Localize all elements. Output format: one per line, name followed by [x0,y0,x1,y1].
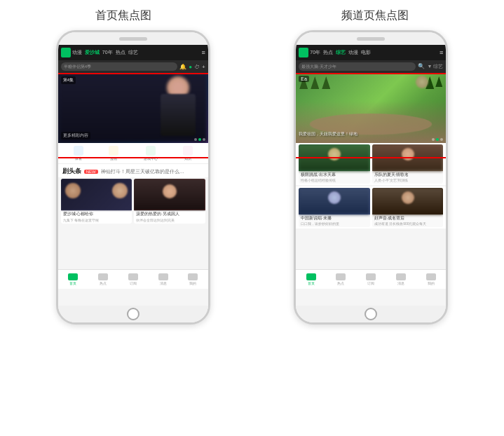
right-hero-image: 我爱祖国，天姐我爱这里！绿地 Ea [296,73,446,143]
right-phone-speaker [357,37,385,41]
right-hero-dots [432,138,443,141]
right-nav-item-hot[interactable]: 热点 [323,49,333,56]
left-nav-item-zy[interactable]: 综艺 [128,49,138,56]
right-item-4[interactable]: 好声音·成名背后 成功有道 沿长线收900元观众每天 [372,188,444,227]
left-cat-knowledge[interactable]: 知识 [183,146,193,161]
left-cat-sports[interactable]: 体育 [74,146,83,161]
left-search-bar: 半糖伴侣第4季 🔔 ● ⏱ + [58,60,208,73]
right-item-2-title: 乐队的夏天·猜歌名 [372,171,444,178]
left-nav-bar: 动漫 爱沙城 70年 热点 综艺 ≡ [58,45,208,60]
left-nav-item-hot[interactable]: 热点 [116,49,125,56]
right-tab-sub-label: 订阅 [367,281,374,285]
left-bell-icon[interactable]: 🔔 [179,64,186,70]
left-hero-image: 第4集 更多精彩内容 [58,73,208,143]
right-item-2-subtitle: 人类·小平'文艺'邦演练 [372,178,444,184]
right-search-icon[interactable]: 🔍 [418,63,425,70]
right-nav-menu-icon[interactable]: ≡ [440,49,443,56]
right-tab-hot-label: 热点 [337,281,344,285]
left-clock-icon[interactable]: ⏱ [194,64,200,70]
right-tab-sub[interactable]: 订阅 [366,273,376,285]
right-tab-msg[interactable]: 消息 [396,273,406,285]
left-tab-home[interactable]: 首页 [68,273,78,285]
right-item-2-thumb [372,144,444,171]
right-nav-item-movie[interactable]: 电影 [361,49,371,56]
left-card-1-subtitle: 九集下 每晚在这里守候 [61,218,132,224]
left-title: 首页焦点图 [95,8,151,23]
right-search-text: 最强大脑·天才少年 [301,64,336,70]
left-tab-msg[interactable]: 消息 [158,273,168,285]
left-section-badge: NEW [84,170,98,174]
left-tab-sub[interactable]: 订阅 [128,273,138,285]
right-tab-me-label: 我的 [428,281,435,285]
left-cat-games[interactable]: 游戏中心 [144,146,158,161]
left-cat-sports-label: 体育 [75,156,82,161]
left-search-icon[interactable]: ● [189,64,192,70]
right-nav-item-dm[interactable]: 动漫 [348,49,358,56]
right-item-3-thumb [299,188,370,214]
right-item-1-thumb [299,144,370,171]
right-item-2[interactable]: 乐队的夏天·猜歌名 人类·小平'文艺'邦演练 [372,144,444,184]
left-tab-sub-label: 订阅 [130,281,137,285]
left-card-2[interactable]: 汲爱的热爱的·另成因人 伙伴会全部达到达到完美 [134,179,205,224]
right-phone-screen: 70年 热点 综艺 动漫 电影 ≡ 最强大脑·天才少年 🔍 ▼ 综艺 [296,45,446,306]
left-cat-knowledge-icon [183,146,193,156]
left-card-2-thumb [134,179,205,210]
right-tab-hot-icon [336,273,346,280]
left-section-name: 剧头条 [62,167,81,176]
left-hero-overlay: 更多精彩内容 [61,132,90,139]
left-cat-knowledge-label: 知识 [184,156,191,161]
rdot3 [440,138,443,141]
left-tab-msg-label: 消息 [160,281,167,285]
left-tab-me-label: 我的 [189,281,196,285]
right-nav-item-70[interactable]: 70年 [310,49,320,56]
right-item-3[interactable]: 中国新说唱·未播 口口我，诶炒炒好好的里 [299,188,370,227]
left-tab-me[interactable]: 我的 [188,273,198,285]
right-ea-badge: Ea [299,76,309,82]
right-tab-me[interactable]: 我的 [426,273,436,285]
right-extra-icon[interactable]: ▼ 综艺 [427,63,443,70]
left-nav-item-active[interactable]: 爱沙城 [85,49,100,56]
left-search-text: 半糖伴侣第4季 [64,64,91,70]
right-item-4-subtitle: 成功有道 沿长线收900元观众每天 [372,222,444,227]
right-phone: 70年 热点 综艺 动漫 电影 ≡ 最强大脑·天才少年 🔍 ▼ 综艺 [294,30,448,325]
left-hero-dots [194,138,205,141]
left-section-subtitle: 神仙打斗！周星三天破亿靠的是什么… [101,168,204,175]
right-tab-home[interactable]: 首页 [306,273,316,285]
right-search-actions: 🔍 ▼ 综艺 [418,63,443,70]
left-nav-menu-icon[interactable]: ≡ [201,49,205,56]
left-search-actions: 🔔 ● ⏱ + [179,64,205,70]
right-nav-item-zy[interactable]: 综艺 [336,49,346,56]
right-item-1[interactable]: 极限跳战·出水天幕 性格小组总结经验传统 [299,144,370,184]
left-content-grid: 爱沙城·心都给你 九集下 每晚在这里守候 汲爱的热爱的·另成因人 伙伴会全部达到… [58,177,208,225]
left-card-2-subtitle: 伙伴会全部达到达到完美 [134,218,205,224]
left-tab-hot[interactable]: 热点 [98,273,108,285]
left-nav-item-dongman[interactable]: 动漫 [72,49,82,56]
left-tab-hot-icon [98,273,108,280]
right-item-3-subtitle: 口口我，诶炒炒好好的里 [299,222,370,227]
left-card-1[interactable]: 爱沙城·心都给你 九集下 每晚在这里守候 [61,179,132,224]
right-row-1: 极限跳战·出水天幕 性格小组总结经验传统 乐队的夏天·猜歌名 人类·小平'文艺'… [296,143,446,185]
right-tab-home-icon [306,273,316,280]
left-tab-msg-icon [158,273,168,280]
left-phone-screen: 动漫 爱沙城 70年 热点 综艺 ≡ 半糖伴侣第4季 🔔 ● [58,45,208,306]
rdot2 [436,138,439,141]
right-item-3-title: 中国新说唱·未播 [299,214,370,222]
right-phone-bottom-bar [296,306,446,322]
right-search-bar: 最强大脑·天才少年 🔍 ▼ 综艺 [296,60,446,73]
left-search-box[interactable]: 半糖伴侣第4季 [61,62,177,71]
dot1 [194,138,197,141]
dot2 [198,138,201,141]
right-tab-me-icon [426,273,436,280]
right-phone-top-bar [296,32,446,45]
left-cat-anime[interactable]: 漫画 [109,146,118,161]
left-add-icon[interactable]: + [202,64,205,70]
right-tab-home-label: 首页 [308,281,315,285]
right-home-button[interactable] [365,308,377,320]
left-nav-item-70[interactable]: 70年 [102,49,113,56]
left-home-button[interactable] [127,308,139,320]
left-cat-sports-icon [74,146,83,156]
right-tab-hot[interactable]: 热点 [336,273,346,285]
left-cat-anime-label: 漫画 [110,156,117,161]
right-search-box[interactable]: 最强大脑·天才少年 [299,62,416,71]
right-item-4-title: 好声音·成名背后 [372,214,444,222]
